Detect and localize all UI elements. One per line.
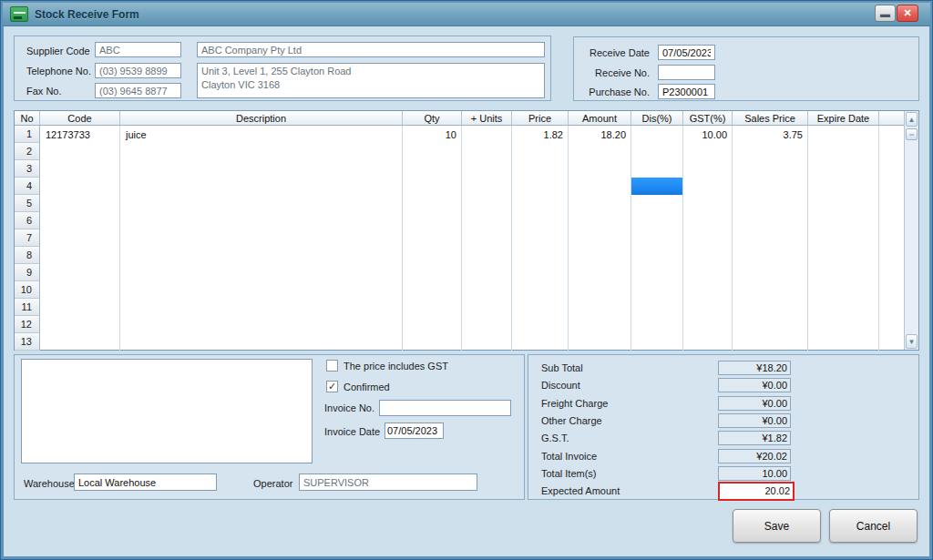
table-cell-expire[interactable] xyxy=(808,333,879,351)
table-cell-qty[interactable] xyxy=(403,333,462,351)
table-cell-dis[interactable] xyxy=(631,316,683,333)
table-cell-units[interactable] xyxy=(462,178,512,195)
table-cell-amount[interactable]: 18.20 xyxy=(569,126,631,143)
table-cell-sales_price[interactable] xyxy=(733,178,808,195)
warehouse-field[interactable] xyxy=(74,473,217,491)
table-cell-units[interactable] xyxy=(462,195,512,212)
table-cell-units[interactable] xyxy=(462,333,512,351)
close-button[interactable]: ✕ xyxy=(897,5,918,22)
table-cell-qty[interactable] xyxy=(403,195,462,212)
table-cell-qty[interactable] xyxy=(403,281,462,299)
table-cell-price[interactable] xyxy=(512,247,569,264)
table-cell-description[interactable] xyxy=(120,195,403,212)
table-cell-description[interactable] xyxy=(120,143,403,160)
table-cell-sales_price[interactable] xyxy=(733,212,808,229)
table-cell-expire[interactable] xyxy=(808,229,879,247)
table-cell-gst[interactable] xyxy=(683,195,733,212)
column-header-expire[interactable]: Expire Date xyxy=(808,111,879,126)
table-cell-dis[interactable] xyxy=(631,281,683,299)
table-cell-code[interactable] xyxy=(40,160,120,178)
table-cell-price[interactable] xyxy=(512,229,569,247)
table-cell-amount[interactable] xyxy=(569,160,631,178)
table-cell-price[interactable] xyxy=(512,299,569,316)
table-cell-qty[interactable] xyxy=(403,212,462,229)
receive-no-field[interactable] xyxy=(658,65,715,80)
table-cell-sales_price[interactable] xyxy=(733,316,808,333)
table-cell-expire[interactable] xyxy=(808,264,879,281)
table-cell-units[interactable] xyxy=(462,126,512,143)
row-header[interactable]: 12 xyxy=(15,316,40,333)
table-cell-amount[interactable] xyxy=(569,316,631,333)
row-header[interactable]: 3 xyxy=(15,160,40,178)
table-cell-gst[interactable] xyxy=(683,143,733,160)
operator-field[interactable] xyxy=(299,473,477,491)
table-cell-code[interactable] xyxy=(40,281,120,299)
table-cell-qty[interactable] xyxy=(403,143,462,160)
table-cell-code[interactable] xyxy=(40,195,120,212)
scrollbar-thumb[interactable]: ═ xyxy=(906,128,918,140)
table-cell-code[interactable] xyxy=(40,247,120,264)
table-cell-sales_price[interactable] xyxy=(733,264,808,281)
price-includes-gst-checkbox[interactable] xyxy=(326,360,338,372)
column-header-gst[interactable]: GST(%) xyxy=(683,111,733,126)
table-cell-price[interactable] xyxy=(512,143,569,160)
table-cell-sales_price[interactable] xyxy=(733,281,808,299)
table-cell-gst[interactable] xyxy=(683,160,733,178)
table-cell-dis[interactable] xyxy=(631,143,683,160)
table-cell-description[interactable] xyxy=(120,178,403,195)
save-button[interactable]: Save xyxy=(733,509,821,543)
table-cell-units[interactable] xyxy=(462,316,512,333)
table-cell-amount[interactable] xyxy=(569,212,631,229)
table-cell-code[interactable] xyxy=(40,212,120,229)
table-cell-description[interactable] xyxy=(120,212,403,229)
table-cell-expire[interactable] xyxy=(808,316,879,333)
row-header[interactable]: 7 xyxy=(15,229,40,247)
table-cell-units[interactable] xyxy=(462,160,512,178)
table-cell-description[interactable] xyxy=(120,160,403,178)
table-cell-amount[interactable] xyxy=(569,333,631,351)
table-cell-amount[interactable] xyxy=(569,143,631,160)
table-cell-sales_price[interactable]: 3.75 xyxy=(733,126,808,143)
table-cell-sales_price[interactable] xyxy=(733,299,808,316)
table-cell-code[interactable]: 12173733 xyxy=(40,126,120,143)
table-cell-price[interactable] xyxy=(512,333,569,351)
table-cell-sales_price[interactable] xyxy=(733,333,808,351)
table-cell-gst[interactable]: 10.00 xyxy=(683,126,733,143)
table-cell-sales_price[interactable] xyxy=(733,247,808,264)
table-cell-expire[interactable] xyxy=(808,160,879,178)
row-header[interactable]: 1 xyxy=(15,126,40,143)
minimize-button[interactable]: ▬ xyxy=(875,5,896,22)
table-cell-description[interactable] xyxy=(120,247,403,264)
table-cell-description[interactable] xyxy=(120,299,403,316)
table-cell-units[interactable] xyxy=(462,247,512,264)
table-cell-description[interactable] xyxy=(120,264,403,281)
column-header-qty[interactable]: Qty xyxy=(403,111,462,126)
table-cell-gst[interactable] xyxy=(683,333,733,351)
column-header-description[interactable]: Description xyxy=(120,111,403,126)
purchase-no-field[interactable] xyxy=(658,84,715,99)
row-header[interactable]: 4 xyxy=(15,178,40,195)
table-cell-price[interactable] xyxy=(512,160,569,178)
table-cell-code[interactable] xyxy=(40,299,120,316)
table-cell-amount[interactable] xyxy=(569,229,631,247)
supplier-code-field[interactable] xyxy=(95,42,181,57)
table-cell-sales_price[interactable] xyxy=(733,229,808,247)
table-cell-sales_price[interactable] xyxy=(733,195,808,212)
table-cell-price[interactable] xyxy=(512,264,569,281)
table-cell-amount[interactable] xyxy=(569,299,631,316)
table-cell-gst[interactable] xyxy=(683,299,733,316)
table-cell-units[interactable] xyxy=(462,143,512,160)
table-cell-gst[interactable] xyxy=(683,229,733,247)
cancel-button[interactable]: Cancel xyxy=(829,509,918,543)
table-cell-qty[interactable] xyxy=(403,316,462,333)
scroll-down-icon[interactable]: ▼ xyxy=(906,334,918,349)
row-header[interactable]: 10 xyxy=(15,281,40,299)
table-cell-qty[interactable]: 10 xyxy=(403,126,462,143)
table-cell-dis[interactable] xyxy=(631,299,683,316)
invoice-no-field[interactable] xyxy=(379,400,511,416)
column-header-dis[interactable]: Dis(%) xyxy=(631,111,683,126)
table-cell-expire[interactable] xyxy=(808,281,879,299)
table-cell-dis[interactable] xyxy=(631,126,683,143)
table-cell-code[interactable] xyxy=(40,316,120,333)
row-header[interactable]: 13 xyxy=(15,333,40,351)
